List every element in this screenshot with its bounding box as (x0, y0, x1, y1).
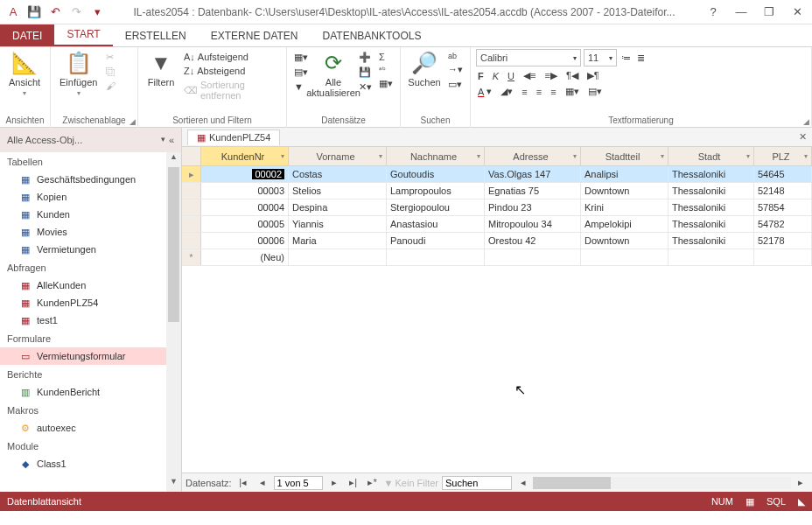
cell[interactable]: 54645 (754, 166, 812, 182)
column-header-stadtteil[interactable]: Stadtteil▾ (581, 147, 668, 165)
cell[interactable]: Panoudi (387, 233, 485, 248)
record-position-input[interactable] (274, 476, 323, 490)
prev-record-button[interactable]: ◂ (255, 477, 270, 488)
last-record-button[interactable]: ▸| (346, 477, 361, 488)
column-dropdown-icon[interactable]: ▾ (804, 152, 808, 160)
cell[interactable] (668, 249, 754, 265)
nav-section-module[interactable]: Module⌃ (0, 437, 181, 455)
bullets-button[interactable]: ≔ (620, 52, 633, 65)
einfuegen-button[interactable]: 📋Einfügen▾ (56, 49, 101, 99)
nav-section-makros[interactable]: Makros⌃ (0, 401, 181, 419)
select-all-corner[interactable] (182, 147, 201, 165)
new-record-nav-button[interactable]: ▸* (365, 477, 381, 488)
hscroll-track[interactable] (533, 477, 791, 489)
delete-record-button[interactable]: ✕▾ (357, 80, 374, 94)
underline-button[interactable]: U (506, 70, 516, 82)
tab-datenbanktools[interactable]: DATENBANKTOOLS (311, 24, 434, 46)
totals-button[interactable]: Σ (377, 51, 395, 63)
cell[interactable]: Egnatias 75 (485, 183, 581, 199)
goto-button[interactable]: →▾ (446, 63, 465, 76)
column-dropdown-icon[interactable]: ▾ (573, 152, 577, 160)
format-painter-button[interactable]: 🖌 (104, 80, 117, 92)
gridlines-button[interactable]: ▦▾ (564, 85, 581, 98)
cell[interactable]: Goutoudis (387, 166, 485, 182)
nav-item-test1[interactable]: ▦test1 (0, 312, 181, 329)
cell[interactable]: 57854 (754, 200, 812, 215)
close-icon[interactable]: ✕ (786, 5, 808, 18)
nav-item-kopien[interactable]: ▦Kopien (0, 188, 181, 206)
nav-item-kundenplz54[interactable]: ▦KundenPLZ54 (0, 294, 181, 312)
row-selector[interactable] (182, 233, 201, 248)
column-header-kundennr[interactable]: KundenNr▾ (201, 147, 289, 165)
cell[interactable]: Stergiopoulou (387, 200, 485, 215)
scrollbar-thumb[interactable] (166, 167, 181, 477)
column-dropdown-icon[interactable]: ▾ (477, 152, 480, 160)
cut-button[interactable]: ✂ (104, 51, 117, 64)
nav-collapse-icon[interactable]: « (169, 135, 174, 145)
filtern-button[interactable]: ▼Filtern (144, 49, 178, 89)
nav-item-allekunden[interactable]: ▦AlleKunden (0, 276, 181, 294)
nav-item-movies[interactable]: ▦Movies (0, 223, 181, 241)
cell[interactable]: 00003 (201, 183, 289, 199)
cell[interactable]: Mitropoulou 34 (485, 216, 581, 232)
bold-button[interactable]: F (476, 70, 486, 82)
cell[interactable]: Thessaloniki (668, 166, 754, 182)
cell[interactable]: Ampelokipi (581, 216, 668, 232)
indent-dec-button[interactable]: ◀≡ (522, 69, 537, 82)
cell[interactable]: (Neu) (201, 249, 289, 265)
nav-item-class1[interactable]: ◆Class1 (0, 455, 181, 472)
alt-row-button[interactable]: ▤▾ (586, 85, 604, 98)
tab-start[interactable]: START (54, 23, 112, 46)
table-row[interactable]: 00005YiannisAnastasiouMitropoulou 34Ampe… (182, 216, 812, 233)
cell[interactable]: 00006 (201, 233, 289, 248)
cell[interactable]: Thessaloniki (668, 200, 754, 215)
column-dropdown-icon[interactable]: ▾ (661, 152, 664, 160)
italic-button[interactable]: K (491, 70, 500, 82)
nav-item-kunden[interactable]: ▦Kunden (0, 206, 181, 223)
font-color-button[interactable]: A▾ (476, 85, 494, 98)
table-row[interactable]: 00006MariaPanoudiOrestou 42DowntownThess… (182, 233, 812, 249)
cell[interactable] (289, 249, 387, 265)
nav-section-tabellen[interactable]: Tabellen⌃ (0, 152, 181, 171)
cell[interactable] (581, 249, 668, 265)
redo-icon[interactable]: ↷ (66, 3, 86, 22)
tab-close-icon[interactable]: ✕ (799, 131, 807, 143)
column-header-nachname[interactable]: Nachname▾ (387, 147, 485, 165)
ltr-button[interactable]: ¶◀ (564, 69, 580, 82)
refresh-all-button[interactable]: ⟳Alle aktualisieren (313, 49, 354, 100)
column-dropdown-icon[interactable]: ▾ (746, 152, 750, 160)
nav-item-autoexec[interactable]: ⚙autoexec (0, 419, 181, 437)
row-selector[interactable] (182, 216, 201, 232)
table-row[interactable]: ▸00002CostasGoutoudisVas.Olgas 147Analip… (182, 166, 812, 183)
row-selector[interactable] (182, 200, 201, 215)
nav-item-vermietungsformular[interactable]: ▭Vermietungsformular (0, 347, 181, 365)
next-record-button[interactable]: ▸ (326, 477, 342, 488)
align-left-button[interactable]: ≡ (520, 86, 528, 98)
more-records-button[interactable]: ▦▾ (377, 77, 395, 90)
scroll-up-icon[interactable]: ▲ (166, 152, 181, 167)
nav-section-formulare[interactable]: Formulare⌃ (0, 329, 181, 347)
row-selector[interactable]: ▸ (182, 166, 201, 182)
nav-section-berichte[interactable]: Berichte⌃ (0, 365, 181, 383)
select-button[interactable]: ▭▾ (446, 78, 465, 91)
qat-more-icon[interactable]: ▾ (88, 3, 107, 22)
help-icon[interactable]: ? (702, 5, 724, 18)
clipboard-launcher-icon[interactable]: ◢ (130, 117, 136, 126)
cell[interactable]: 52148 (754, 183, 812, 199)
undo-icon[interactable]: ↶ (46, 3, 65, 22)
restore-icon[interactable]: ❐ (758, 5, 780, 18)
first-record-button[interactable]: |◂ (235, 477, 251, 488)
column-header-plz[interactable]: PLZ▾ (754, 147, 812, 165)
nav-section-abfragen[interactable]: Abfragen⌃ (0, 258, 181, 276)
minimize-icon[interactable]: — (730, 5, 752, 18)
cell[interactable]: Anastasiou (387, 216, 485, 232)
font-name-select[interactable]: Calibri▾ (476, 49, 581, 66)
rtl-button[interactable]: ▶¶ (585, 69, 601, 82)
cell[interactable]: Costas (289, 166, 387, 182)
align-center-button[interactable]: ≡ (535, 86, 543, 98)
cell[interactable]: Thessaloniki (668, 233, 754, 248)
column-header-stadt[interactable]: Stadt▾ (668, 147, 754, 165)
suchen-button[interactable]: 🔎Suchen (406, 49, 443, 89)
cell[interactable]: Pindou 23 (485, 200, 581, 215)
fill-color-button[interactable]: ◢▾ (499, 85, 514, 98)
